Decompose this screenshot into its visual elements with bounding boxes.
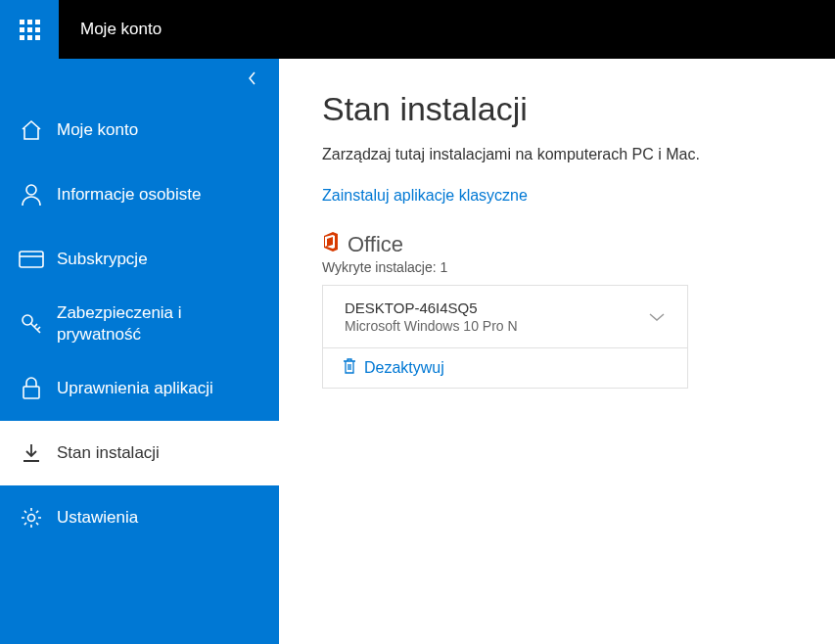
office-icon xyxy=(322,232,340,255)
gear-icon xyxy=(18,506,45,529)
sidebar-item-app-permissions[interactable]: Uprawnienia aplikacji xyxy=(0,356,279,421)
chevron-down-icon xyxy=(648,308,666,326)
topbar-title: Moje konto xyxy=(80,20,162,39)
product-header: Office xyxy=(322,232,792,257)
install-card: DESKTOP-46I4SQ5 Microsoft Windows 10 Pro… xyxy=(322,285,688,389)
install-apps-link[interactable]: Zainstaluj aplikacje klasyczne xyxy=(322,187,528,205)
sidebar-collapse-button[interactable] xyxy=(0,59,279,98)
sidebar-item-my-account[interactable]: Moje konto xyxy=(0,98,279,162)
chevron-left-icon xyxy=(248,70,257,86)
main-content: Stan instalacji Zarządzaj tutaj instalac… xyxy=(279,59,835,644)
sidebar-item-label: Stan instalacji xyxy=(57,442,160,464)
page-title: Stan instalacji xyxy=(322,90,792,128)
app-launcher-button[interactable] xyxy=(0,0,59,59)
detected-installs-label: Wykryte instalacje: 1 xyxy=(322,259,792,275)
sidebar-item-label: Subskrypcje xyxy=(57,249,148,270)
sidebar-item-label: Moje konto xyxy=(57,119,138,141)
sidebar-item-label: Zabezpieczenia i prywatność xyxy=(57,302,261,345)
card-icon xyxy=(18,251,45,268)
install-device-os: Microsoft Windows 10 Pro N xyxy=(345,318,648,334)
waffle-icon xyxy=(20,20,40,40)
lock-icon xyxy=(18,377,45,400)
install-device-name: DESKTOP-46I4SQ5 xyxy=(345,299,648,316)
topbar: Moje konto xyxy=(0,0,835,59)
sidebar-item-label: Ustawienia xyxy=(57,507,138,529)
deactivate-label: Dezaktywuj xyxy=(364,359,444,377)
sidebar-item-label: Uprawnienia aplikacji xyxy=(57,378,213,399)
sidebar-item-settings[interactable]: Ustawienia xyxy=(0,485,279,550)
sidebar-item-label: Informacje osobiste xyxy=(57,184,201,206)
sidebar: Moje konto Informacje osobiste Subskrypc… xyxy=(0,59,279,644)
download-icon xyxy=(18,442,45,464)
sidebar-item-security[interactable]: Zabezpieczenia i prywatność xyxy=(0,292,279,356)
sidebar-item-personal-info[interactable]: Informacje osobiste xyxy=(0,162,279,227)
person-icon xyxy=(18,183,45,207)
deactivate-button[interactable]: Dezaktywuj xyxy=(323,348,687,388)
svg-point-5 xyxy=(28,515,35,522)
sidebar-item-subscriptions[interactable]: Subskrypcje xyxy=(0,227,279,292)
home-icon xyxy=(18,119,45,141)
product-name: Office xyxy=(348,232,403,257)
svg-point-0 xyxy=(26,185,36,195)
install-row[interactable]: DESKTOP-46I4SQ5 Microsoft Windows 10 Pro… xyxy=(323,286,687,348)
page-description: Zarządzaj tutaj instalacjami na komputer… xyxy=(322,146,792,163)
key-icon xyxy=(18,312,45,336)
trash-icon xyxy=(343,358,356,378)
svg-rect-1 xyxy=(20,252,43,267)
sidebar-item-install-status[interactable]: Stan instalacji xyxy=(0,421,279,485)
svg-rect-4 xyxy=(23,387,39,398)
